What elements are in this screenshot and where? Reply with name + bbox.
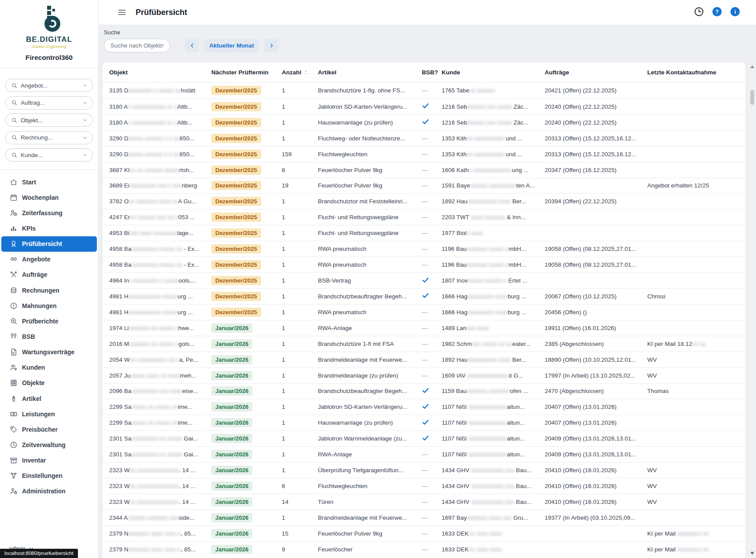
cell-anzahl: 9 [277,546,313,553]
table-row[interactable]: 4247 Erxx xxxxxx xxx xx x053 ... Dezembe… [103,209,745,225]
sort-icon[interactable] [303,70,309,75]
table-row[interactable]: 3687 KIxx xx xxxxxx xxxxxrtsh... Dezembe… [103,162,745,178]
scroll-down-arrow[interactable] [749,550,756,556]
table-row[interactable]: 3180 Ax xxxxxxxxxxx xx xAltb... Dezember… [103,114,745,130]
cell-artikel: RWA-Anlage [313,451,417,458]
current-month-button[interactable]: Aktueller Monat [204,39,259,52]
table-row[interactable]: 4958 Baxxxxxxxxx xxxxx xx - Ex... Dezemb… [103,257,745,272]
scrollbar-thumb[interactable] [750,90,754,105]
next-month-button[interactable] [264,39,278,52]
sidebar-search-objekt[interactable]: Objekt... [5,114,93,127]
cell-artikel: Brandschutztüre 1-flg. ohne FS... [313,87,417,94]
table-row[interactable]: 2057 Juxxxxx xxxx xx xxxxmeh... Januar/2… [103,367,745,383]
sidebar-item-zeiterfassung[interactable]: Zeiterfassung [1,205,97,220]
sidebar-item-wochenplan[interactable]: Wochenplan [1,190,97,205]
table-row[interactable]: 4953 Bixxx xxxx xxxxxxxxlage... Dezember… [103,225,745,241]
sidebar-item-einstellungen[interactable]: Einstellungen [1,468,97,484]
cell-artikel: BSB-Vertrag [313,277,417,284]
sidebar-item-kunden[interactable]: Kunden [1,360,97,375]
scroll-up-arrow[interactable] [749,63,756,70]
table-row[interactable]: 2379 Nxxxxxxx xxxx xxxx x, 85... Januar/… [103,541,745,557]
vertical-scrollbar[interactable] [749,62,756,558]
cell-naechster-prueftermin: Januar/2026 [206,450,277,459]
sidebar-item-pruefuebersicht[interactable]: Prüfübersicht [1,236,97,252]
table-row[interactable]: 3135 Dxxxxxxxx x xxxxx xxhstätt Dezember… [103,83,745,99]
table-row[interactable]: 2379 Nxxxxxxx xxxx xxxx x, 85... Januar/… [103,525,745,541]
table-row[interactable]: 2301 Saxxxxxxxxx xx xxxxx Gai... Januar/… [103,446,745,462]
table-row[interactable]: 2299 Saxxxxx xx xxxxx xxime... Januar/20… [103,415,745,430]
bsb-check-icon [422,434,429,442]
table-row[interactable]: 2323 Wxx xxxxxxxxxxxxxx. 14 ... Januar/2… [103,494,745,510]
time-button[interactable] [694,7,704,18]
table-row[interactable]: 2323 Wxx xxxxxxxxxxxxxx. 14 ... Januar/2… [103,478,745,494]
redacted-text: xxxxxxx xxxxx x [467,261,509,268]
previous-month-button[interactable] [185,39,199,52]
table-row[interactable]: 2323 Wxx xxxxxxxxxxxxxx. 14 ... Januar/2… [103,462,745,478]
table-row[interactable]: 4981 Hxxxxxxxxxxx xxxxxurg ... Dezember/… [103,288,745,304]
cell-anzahl: 1 [277,293,313,300]
table-row[interactable]: 4958 Baxxxxxxxxx xxxxx xx - Ex... Dezemb… [103,241,745,257]
sidebar-search-rechnung[interactable]: Rechnung... [5,131,93,144]
sidebar-item-rechnungen[interactable]: Rechnungen [1,283,97,298]
bsb-none-dash: — [422,325,428,331]
search-pill-label: Angebot... [21,82,48,89]
cell-kunde: 1353 Kithxx xxxxxxxxxx und ... [436,135,539,142]
cell-letzte-kontaktaufnahme: WV [642,499,745,505]
table-row[interactable]: 3689 Eixxxxxxxxx xxx x xxxnberg Dezember… [103,178,745,194]
sidebar-search-auftrag[interactable]: Auftrag... [5,96,93,110]
table-row[interactable]: 4981 Hxxxxxxxxxxx xxxxxurg ... Dezember/… [103,304,745,320]
prueftermin-badge: Januar/2026 [211,481,252,491]
column-header-anzahl[interactable]: Anzahl [277,69,313,76]
sidebar-item-wartungsvertraege[interactable]: Wartungsverträge [1,345,97,360]
table-row[interactable]: 2016 Mxxxxxxx xx xxxxx xgols... Januar/2… [103,336,745,352]
cell-artikel: Brandmeldeanlage (zu prüfen) [313,372,417,379]
table-row[interactable]: 3782 Oxx xxxxxxx xxxx xxA Gu... Dezember… [103,193,745,209]
redacted-text: xxxxxxxxxxx xxx [469,483,514,489]
column-header-artikel: Artikel [313,69,417,76]
sidebar-item-administration[interactable]: Administration [1,484,97,499]
table-row[interactable]: 3290 Dxxxxx xxxxxx x x xx850... Dezember… [103,146,745,162]
redacted-text: x xxxxxxxxxxxxx [469,167,512,173]
triangle-up-icon [750,65,754,68]
sidebar-item-mahnungen[interactable]: Mahnungen [1,298,97,313]
sidebar-item-auftraege[interactable]: Aufträge [1,267,97,283]
sidebar-item-bsb[interactable]: BSB [1,329,97,344]
table-row[interactable]: 3180 Ax xxxxxxxxxxx xx xAltb... Dezember… [103,99,745,114]
info-button[interactable]: i [730,7,740,18]
cell-anzahl: 1 [277,356,313,363]
table-row[interactable]: 2054 Wxx xxxxxxxxxx xx xa, Pe... Januar/… [103,352,745,367]
table-row[interactable]: 2096 Baxxxxxxxxx xxx xxxxeise... Januar/… [103,383,745,399]
table-row[interactable]: 2344 Axxxxxx xxxxxxx xxxside... Januar/2… [103,510,745,525]
sidebar-item-start[interactable]: Start [1,174,97,190]
menu-toggle-button[interactable] [117,7,127,17]
column-header-auftraege: Aufträge [539,69,642,76]
sidebar-item-kpis[interactable]: KPIs [1,220,97,236]
table-row[interactable]: 4964 Inx xxxxxxxx x xxxxxools,... Dezemb… [103,272,745,288]
table-row[interactable]: 3290 Dxxxxx xxxxxx x x xx850... Dezember… [103,130,745,146]
redacted-text: xxxxxxxxxxxxx [467,419,507,426]
cell-bsb [417,418,436,427]
table-row[interactable]: 2301 Saxxxxxxxxx xx xxxxx Gai... Januar/… [103,430,745,446]
cell-naechster-prueftermin: Dezember/2025 [206,276,277,285]
cell-artikel: Hauswarnanlage (zu prüfen) [313,119,417,126]
sidebar-search-kunde[interactable]: Kunde... [5,148,93,162]
sidebar-item-pruefberichte[interactable]: Prüfberichte [1,313,97,329]
search-icon [11,117,18,124]
sidebar-item-artikel[interactable]: Artikel [1,391,97,406]
redacted-text: xxxxxxxxxxxxxx [466,372,509,379]
cell-bsb: — [417,325,436,331]
sidebar-item-zeitverwaltung[interactable]: Zeitverwaltung [1,437,97,452]
sidebar-item-objekte[interactable]: Objekte [1,375,97,391]
sidebar-search-angebot[interactable]: Angebot... [5,79,93,92]
sidebar-item-leistungen[interactable]: Leistungen [1,406,97,422]
table-row[interactable]: 2299 Saxxxxx xx xxxxx xxime... Januar/20… [103,399,745,415]
sidebar-item-angebote[interactable]: Angebote [1,252,97,267]
sidebar-item-inventar[interactable]: Inventar [1,453,97,468]
cell-bsb: — [417,198,436,205]
sidebar-item-preisbuecher[interactable]: Preisbücher [1,422,97,437]
search-input[interactable] [104,39,170,52]
cell-kunde: 1216 Sebxxxxxx xxx xxxxx Zäc... [436,119,539,126]
help-button[interactable]: ? [712,7,722,18]
table-row[interactable]: 1974 Lixxxxxxx xx xxxxx xhwe... Januar/2… [103,320,745,336]
redacted-text: xxxxxxxx xx [677,530,708,537]
